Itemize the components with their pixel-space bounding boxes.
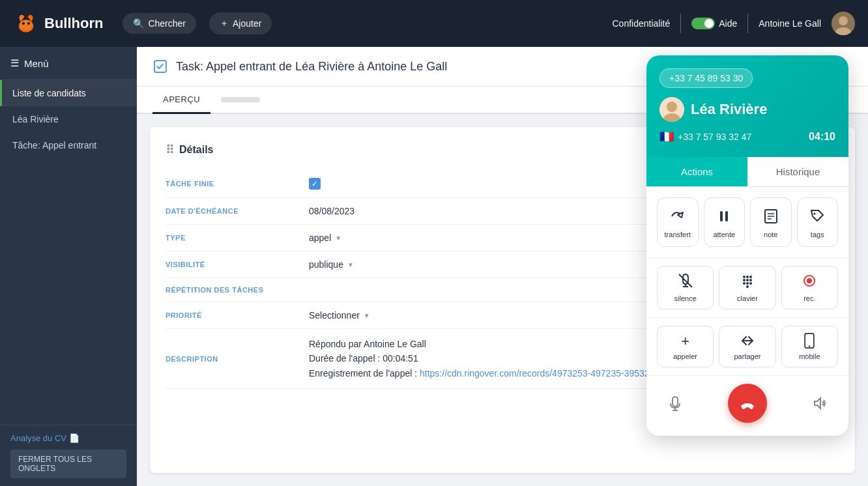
widget-tabs: Actions Historique (646, 157, 848, 187)
phone-header: +33 7 45 89 53 30 Léa Rivière 🇫🇷 +33 7 5… (646, 55, 848, 157)
svg-point-21 (743, 276, 745, 278)
caller-number-row: 🇫🇷 +33 7 57 93 32 47 04:10 (659, 130, 835, 144)
mute-icon (678, 273, 693, 292)
tags-icon (807, 206, 828, 227)
speaker-button[interactable] (807, 390, 833, 416)
description-content: Répondu par Antoine Le GallDurée de l'ap… (309, 339, 426, 379)
sidebar-item-liste-candidats[interactable]: Liste de candidats (0, 80, 137, 106)
caller-info: Léa Rivière (659, 97, 835, 122)
svg-point-1 (20, 20, 32, 30)
analyse-cv-link[interactable]: Analyse du CV 📄 (10, 433, 126, 443)
transfert-icon (667, 206, 688, 227)
bullhorn-logo-icon (13, 10, 39, 36)
appeler-button[interactable]: + appeler (657, 326, 714, 367)
share-icon (740, 333, 755, 350)
mobile-icon (802, 333, 817, 350)
svg-point-27 (743, 282, 745, 285)
chevron-down-icon-2: ▼ (347, 261, 354, 268)
field-label-date: DATE D'ÉCHÉANCE (166, 207, 296, 215)
svg-point-32 (807, 278, 812, 283)
svg-point-3 (27, 22, 30, 25)
tab-actions[interactable]: Actions (646, 157, 747, 186)
transfert-button[interactable]: transfert (657, 197, 699, 247)
call-timer: 04:10 (809, 131, 835, 143)
note-button[interactable]: note (750, 197, 792, 247)
aide-toggle-switch[interactable] (691, 18, 715, 29)
svg-point-9 (667, 102, 677, 112)
svg-point-30 (746, 285, 749, 288)
file-icon: 📄 (69, 433, 80, 443)
grid-icon: ⠿ (166, 143, 174, 157)
field-label-priorite: PRIORITÉ (166, 311, 296, 319)
note-icon (760, 206, 781, 227)
field-label-repetition: RÉPÉTITION DES TÂCHES (166, 286, 296, 294)
logo-text: Bullhorn (44, 15, 103, 32)
task-icon (152, 59, 168, 74)
pause-icon (714, 206, 734, 227)
plus-icon: ＋ (220, 18, 229, 29)
field-label-tache-finie: TÂCHE FINIE (166, 180, 296, 188)
field-label-visibilite: VISIBILITÉ (166, 261, 296, 268)
field-label-description: DESCRIPTION (166, 355, 296, 363)
divider (680, 14, 681, 33)
add-button[interactable]: ＋ Ajouter (209, 12, 272, 35)
tab-historique[interactable]: Historique (747, 157, 848, 186)
sidebar-item-tache[interactable]: Tâche: Appel entrant (0, 132, 137, 158)
svg-point-34 (809, 345, 811, 347)
hangup-button[interactable] (728, 384, 767, 423)
svg-point-22 (746, 276, 749, 278)
nav-right: Confidentialité Aide Antoine Le Gall (613, 12, 856, 35)
checkbox-tache-finie[interactable]: ✓ (309, 178, 321, 190)
sidebar-bottom: Analyse du CV 📄 FERMER TOUS LES ONGLETS (0, 425, 137, 486)
sidebar-item-lea-riviere[interactable]: Léa Rivière (0, 106, 137, 132)
svg-point-29 (749, 282, 752, 285)
caller-name: Léa Rivière (691, 101, 767, 118)
logo: Bullhorn (13, 10, 103, 36)
partager-button[interactable]: partager (719, 326, 775, 367)
svg-point-25 (746, 279, 749, 281)
bottom-actions: + appeler partager mobile (646, 318, 848, 376)
field-label-type: TYPE (166, 234, 296, 242)
actions-grid: transfert attente note (646, 187, 848, 258)
svg-rect-12 (725, 211, 728, 222)
tab-placeholder (221, 97, 260, 102)
hamburger-icon: ☰ (10, 57, 19, 69)
keyboard-icon (740, 273, 755, 292)
chevron-down-icon-3: ▼ (364, 312, 370, 319)
page-title: Task: Appel entrant de Léa Rivière à Ant… (176, 60, 447, 74)
search-button[interactable]: 🔍 Chercher (123, 13, 196, 34)
silence-button[interactable]: silence (657, 266, 714, 309)
flag-icon: 🇫🇷 (659, 130, 674, 144)
hangup-area (646, 376, 848, 436)
microphone-button[interactable] (662, 390, 688, 416)
record-icon (802, 273, 817, 292)
details-title: ⠿ Détails (166, 143, 213, 157)
sidebar-header: ☰ Menú (0, 47, 137, 80)
search-icon: 🔍 (133, 18, 144, 29)
attente-button[interactable]: attente (704, 197, 745, 247)
clavier-button[interactable]: clavier (719, 266, 775, 309)
mobile-button[interactable]: mobile (781, 326, 838, 367)
tab-apercu[interactable]: APERÇU (152, 87, 210, 114)
user-name: Antoine Le Gall (759, 18, 821, 29)
phone-widget: +33 7 45 89 53 30 Léa Rivière 🇫🇷 +33 7 5… (646, 55, 848, 436)
user-avatar[interactable] (832, 12, 855, 35)
svg-point-5 (839, 16, 848, 25)
confidentiality-link[interactable]: Confidentialité (613, 18, 671, 29)
caller-number: 🇫🇷 +33 7 57 93 32 47 (659, 130, 751, 144)
add-call-icon: + (681, 333, 689, 350)
top-navigation: Bullhorn 🔍 Chercher ＋ Ajouter Confidenti… (0, 0, 868, 47)
outgoing-number: +33 7 45 89 53 30 (659, 68, 753, 88)
svg-point-26 (749, 279, 752, 281)
divider2 (747, 14, 748, 33)
rec-button[interactable]: rec. (781, 266, 838, 309)
svg-point-28 (746, 282, 749, 285)
svg-rect-11 (720, 211, 723, 222)
close-all-tabs-button[interactable]: FERMER TOUS LES ONGLETS (10, 450, 126, 478)
aide-toggle: Aide (691, 18, 737, 29)
secondary-actions: silence clavier (646, 258, 848, 318)
svg-point-17 (814, 213, 816, 215)
svg-point-2 (22, 22, 25, 25)
tags-button[interactable]: tags (797, 197, 839, 247)
svg-point-23 (749, 276, 752, 278)
